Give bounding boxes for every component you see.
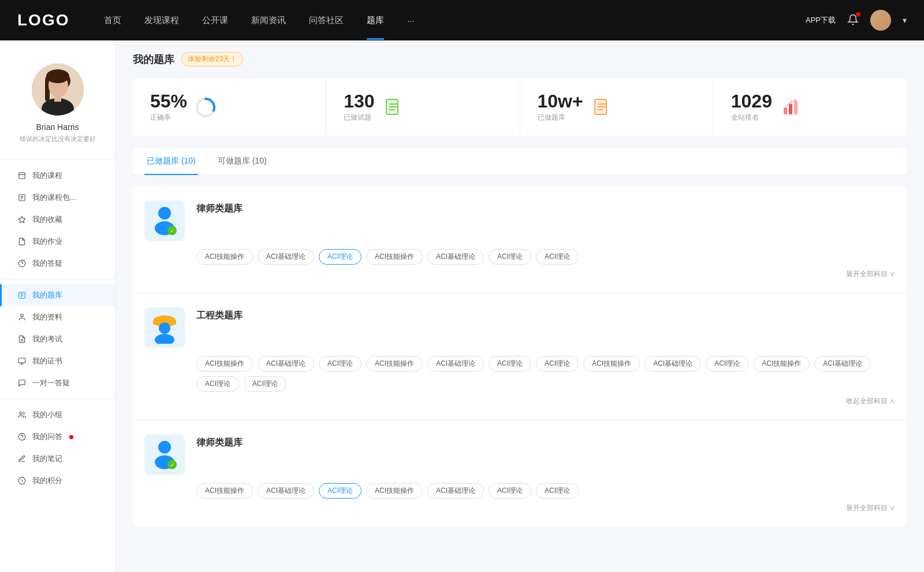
qbank-header-1: ✓ 律师类题库 bbox=[144, 200, 895, 241]
tag[interactable]: ACI理论 bbox=[196, 376, 239, 392]
tag[interactable]: ACI技能操作 bbox=[366, 483, 423, 499]
banks-done-icon bbox=[590, 96, 613, 119]
tag[interactable]: ACI理论 bbox=[536, 249, 579, 265]
tag[interactable]: ACI基础理论 bbox=[258, 249, 314, 265]
page-header: 我的题库 体验剩余23天！ bbox=[133, 52, 907, 66]
app-download-button[interactable]: APP下载 bbox=[806, 15, 836, 25]
expand-button-3[interactable]: 展开全部科目 ∨ bbox=[144, 499, 895, 513]
tab-available[interactable]: 可做题库 (10) bbox=[215, 148, 269, 174]
tab-done[interactable]: 已做题库 (10) bbox=[144, 148, 198, 174]
qbank-tags-1: ACI技能操作 ACI基础理论 ACI理论 ACI技能操作 ACI基础理论 AC… bbox=[144, 249, 895, 265]
tag[interactable]: ACI基础理论 bbox=[644, 356, 701, 372]
sidebar-item-cert[interactable]: 我的证书 bbox=[0, 350, 115, 372]
rank-icon bbox=[779, 96, 802, 119]
user-avatar[interactable] bbox=[870, 10, 891, 31]
sidebar-item-questions[interactable]: 我的答疑 bbox=[0, 252, 115, 274]
sidebar-item-qbank[interactable]: 我的题库 bbox=[0, 284, 115, 306]
qbank-title-2: 工程类题库 bbox=[196, 307, 243, 322]
tag[interactable]: ACI技能操作 bbox=[196, 249, 253, 265]
tag[interactable]: ACI理论 bbox=[489, 249, 531, 265]
tag[interactable]: ACI基础理论 bbox=[427, 249, 484, 265]
nav-item-qa[interactable]: 问答社区 bbox=[309, 15, 344, 26]
tag[interactable]: ACI技能操作 bbox=[366, 356, 423, 372]
cert-icon bbox=[17, 356, 27, 366]
svg-point-43 bbox=[158, 207, 171, 220]
sidebar-item-homework[interactable]: 我的作业 bbox=[0, 231, 115, 252]
svg-rect-42 bbox=[794, 101, 798, 114]
sidebar-item-label: 我的笔记 bbox=[32, 454, 62, 464]
sidebar-item-label: 我的问答 bbox=[32, 432, 62, 442]
collapse-button-2[interactable]: 收起全部科目 ∧ bbox=[144, 392, 895, 406]
sidebar-item-label: 我的答疑 bbox=[32, 258, 62, 269]
questions-icon bbox=[17, 259, 27, 268]
tag[interactable]: ACI理论 bbox=[536, 356, 579, 372]
nav-item-home[interactable]: 首页 bbox=[104, 15, 121, 26]
qbank-lawyer-icon-2: ✓ bbox=[144, 434, 185, 475]
tag[interactable]: ACI基础理论 bbox=[258, 356, 314, 372]
tag[interactable]: ACI理论 bbox=[706, 356, 748, 372]
main-content: 我的题库 体验剩余23天！ 55% 正确率 bbox=[116, 40, 924, 572]
tag[interactable]: ACI技能操作 bbox=[196, 483, 253, 499]
trial-badge: 体验剩余23天！ bbox=[181, 52, 243, 66]
user-dropdown-icon[interactable]: ▾ bbox=[903, 16, 907, 25]
accuracy-label: 正确率 bbox=[150, 113, 187, 122]
navbar: LOGO 首页 发现课程 公开课 新闻资讯 问答社区 题库 ··· APP下载 … bbox=[0, 0, 924, 40]
tag-active[interactable]: ACI理论 bbox=[319, 483, 362, 499]
sidebar-item-tutoring[interactable]: 一对一答疑 bbox=[0, 372, 115, 394]
notification-bell[interactable] bbox=[847, 14, 859, 27]
tag[interactable]: ACI技能操作 bbox=[753, 356, 810, 372]
tag[interactable]: ACI理论 bbox=[489, 356, 531, 372]
tag[interactable]: ACI基础理论 bbox=[427, 356, 484, 372]
tag[interactable]: ACI基础理论 bbox=[814, 356, 871, 372]
tag[interactable]: ACI理论 bbox=[489, 483, 531, 499]
lawyer-svg-1: ✓ bbox=[150, 205, 179, 237]
nav-item-discover[interactable]: 发现课程 bbox=[144, 15, 179, 26]
qbank-lawyer-icon-1: ✓ bbox=[144, 200, 185, 241]
page-wrapper: Brian Harris 错误的决定比没有决定要好 我的课程 我的课程包... bbox=[0, 40, 924, 572]
svg-marker-13 bbox=[18, 216, 25, 222]
favorites-icon bbox=[17, 215, 27, 224]
qa-notification-dot bbox=[69, 435, 73, 439]
sidebar-item-profile[interactable]: 我的资料 bbox=[0, 306, 115, 328]
sidebar-item-coursepack[interactable]: 我的课程包... bbox=[0, 187, 115, 209]
sidebar-item-myqa[interactable]: 我的问答 bbox=[0, 426, 115, 448]
nav-item-qbank[interactable]: 题库 bbox=[367, 15, 384, 26]
svg-rect-40 bbox=[784, 107, 787, 114]
expand-button-1[interactable]: 展开全部科目 ∨ bbox=[144, 265, 895, 279]
chart-red-icon bbox=[781, 98, 800, 117]
tag[interactable]: ACI技能操作 bbox=[583, 356, 640, 372]
nav-item-open-course[interactable]: 公开课 bbox=[202, 15, 228, 26]
sidebar-item-favorites[interactable]: 我的收藏 bbox=[0, 209, 115, 231]
sidebar-item-group[interactable]: 我的小组 bbox=[0, 404, 115, 426]
stat-accuracy: 55% 正确率 bbox=[133, 78, 326, 136]
tag[interactable]: ACI基础理论 bbox=[427, 483, 484, 499]
sidebar-item-label: 我的收藏 bbox=[32, 214, 62, 225]
tag[interactable]: ACI理论 bbox=[536, 483, 579, 499]
stat-rank: 1029 全站排名 bbox=[714, 78, 907, 136]
accuracy-chart-icon bbox=[195, 96, 217, 118]
svg-point-24 bbox=[20, 412, 23, 415]
tag[interactable]: ACI技能操作 bbox=[196, 356, 253, 372]
sidebar-item-notes[interactable]: 我的笔记 bbox=[0, 448, 115, 470]
logo[interactable]: LOGO bbox=[17, 11, 69, 29]
sidebar-profile: Brian Harris 错误的决定比没有决定要好 bbox=[0, 52, 115, 155]
nav-item-more[interactable]: ··· bbox=[407, 16, 415, 25]
sidebar-item-courses[interactable]: 我的课程 bbox=[0, 165, 115, 187]
nav-item-news[interactable]: 新闻资讯 bbox=[251, 15, 286, 26]
tag[interactable]: ACI理论 bbox=[319, 356, 362, 372]
myqa-icon bbox=[17, 432, 27, 441]
tag[interactable]: ACI理论 bbox=[244, 376, 286, 392]
tabs-section: 已做题库 (10) 可做题库 (10) bbox=[133, 148, 907, 527]
svg-text:✓: ✓ bbox=[170, 228, 174, 234]
tabs-bar: 已做题库 (10) 可做题库 (10) bbox=[133, 148, 907, 175]
sidebar-item-exam[interactable]: 我的考试 bbox=[0, 328, 115, 350]
rank-text: 1029 全站排名 bbox=[731, 92, 772, 122]
svg-point-51 bbox=[158, 441, 171, 454]
sidebar-item-points[interactable]: 我的积分 bbox=[0, 470, 115, 492]
accuracy-icon-wrap bbox=[194, 96, 217, 119]
sidebar: Brian Harris 错误的决定比没有决定要好 我的课程 我的课程包... bbox=[0, 40, 116, 572]
tag[interactable]: ACI基础理论 bbox=[258, 483, 314, 499]
tag[interactable]: ACI技能操作 bbox=[366, 249, 423, 265]
tag-active[interactable]: ACI理论 bbox=[319, 249, 362, 265]
svg-rect-6 bbox=[54, 95, 61, 102]
